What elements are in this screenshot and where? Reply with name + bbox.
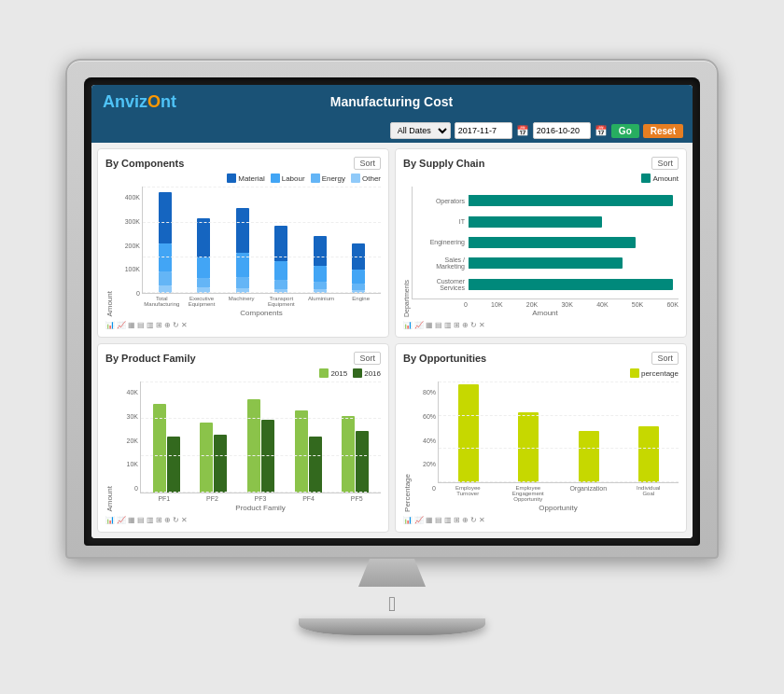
p2-toolbar-icon-3[interactable]: ▦ xyxy=(426,321,433,329)
screen: AnvizOnt Manufacturing Cost All Dates 📅 … xyxy=(91,85,693,538)
panel4-x-labels: EmployeeTurnover EmployeeEngagementOppor… xyxy=(438,483,679,502)
y-tick-200k: 200K xyxy=(125,243,140,249)
legend-material-label: Material xyxy=(238,174,264,183)
monitor-base xyxy=(299,618,485,635)
p3-toolbar-icon-9[interactable]: ✕ xyxy=(181,516,188,524)
pf-x-pf2: PF2 xyxy=(189,495,237,502)
x-label-machinery: Machinery xyxy=(221,296,261,307)
legend-2015-label: 2015 xyxy=(330,369,347,378)
p4-toolbar-icon-3[interactable]: ▦ xyxy=(426,516,433,524)
toolbar-icon-6[interactable]: ⊞ xyxy=(156,321,162,329)
panel2-sort-btn[interactable]: Sort xyxy=(651,157,679,170)
p4-toolbar-icon-6[interactable]: ⊞ xyxy=(454,516,460,524)
calendar1-icon[interactable]: 📅 xyxy=(516,125,529,137)
panel2-legend: Amount xyxy=(403,174,679,183)
p2-toolbar-icon-1[interactable]: 📊 xyxy=(403,321,413,329)
p4-toolbar-icon-5[interactable]: ▥ xyxy=(444,516,452,524)
toolbar-icon-2[interactable]: 📈 xyxy=(117,321,126,329)
p4-toolbar-icon-9[interactable]: ✕ xyxy=(479,516,485,524)
panel3-x-axis-title: Product Family xyxy=(140,504,381,512)
legend-labour-color xyxy=(271,174,280,183)
panel2-x-axis-title: Amount xyxy=(412,309,679,317)
pf-y-10k: 10K xyxy=(127,461,138,467)
opp-group-engagement xyxy=(502,412,554,482)
pf1-bar-2015 xyxy=(153,404,166,493)
p3-toolbar-icon-2[interactable]: 📈 xyxy=(117,516,126,524)
p2-toolbar-icon-6[interactable]: ⊞ xyxy=(454,321,460,329)
p4-toolbar-icon-7[interactable]: ⊕ xyxy=(462,516,469,524)
panel3-header: By Product Family Sort xyxy=(105,352,381,365)
p4-toolbar-icon-8[interactable]: ↻ xyxy=(470,516,477,524)
hbar-x-60k: 60K xyxy=(666,301,678,308)
bar-group-exec xyxy=(186,218,223,293)
dept-engineering: Engineering xyxy=(416,239,465,245)
pf1-bar-2016 xyxy=(167,437,180,493)
reset-button[interactable]: Reset xyxy=(643,124,683,138)
panel1-sort-btn[interactable]: Sort xyxy=(354,157,381,170)
panel1-header: By Components Sort xyxy=(105,157,381,170)
panel4-toolbar: 📊 📈 ▦ ▤ ▥ ⊞ ⊕ ↻ ✕ xyxy=(403,516,679,524)
p3-toolbar-icon-8[interactable]: ↻ xyxy=(173,516,179,524)
legend-amount-color xyxy=(641,174,651,183)
calendar2-icon[interactable]: 📅 xyxy=(595,125,608,137)
all-dates-select[interactable]: All Dates xyxy=(390,122,451,139)
hbar-customer: CustomerServices xyxy=(416,277,673,292)
date-controls-bar: All Dates 📅 📅 Go Reset xyxy=(91,118,693,143)
panel1-bar-inner xyxy=(142,187,381,294)
opp-y-60: 60% xyxy=(423,413,436,420)
p2-toolbar-icon-2[interactable]: 📈 xyxy=(414,321,424,329)
dashboard: By Components Sort Material Labour xyxy=(91,143,693,538)
p4-toolbar-icon-1[interactable]: 📊 xyxy=(403,516,413,524)
p3-toolbar-icon-7[interactable]: ⊕ xyxy=(164,516,171,524)
p3-toolbar-icon-3[interactable]: ▦ xyxy=(128,516,135,524)
toolbar-icon-4[interactable]: ▤ xyxy=(137,321,145,329)
pf5-bar-2015 xyxy=(342,416,355,493)
toolbar-icon-8[interactable]: ↻ xyxy=(173,321,179,329)
legend-2016-color xyxy=(353,368,362,378)
p2-toolbar-icon-9[interactable]: ✕ xyxy=(479,321,485,329)
pf-group-pf2 xyxy=(192,423,236,493)
date2-input[interactable] xyxy=(533,122,591,139)
panel3-toolbar: 📊 📈 ▦ ▤ ▥ ⊞ ⊕ ↻ ✕ xyxy=(105,516,381,524)
p4-toolbar-icon-4[interactable]: ▤ xyxy=(435,516,442,524)
legend-other-color xyxy=(351,174,360,183)
legend-material-color xyxy=(227,174,236,183)
p2-toolbar-icon-5[interactable]: ▥ xyxy=(444,321,452,329)
legend-other-label: Other xyxy=(362,174,381,183)
pf5-bar-2016 xyxy=(356,431,369,493)
p2-toolbar-icon-4[interactable]: ▤ xyxy=(435,321,442,329)
p2-toolbar-icon-7[interactable]: ⊕ xyxy=(462,321,469,329)
opp-x-org: Organization xyxy=(558,485,619,502)
panel2-header: By Supply Chain Sort xyxy=(403,157,679,170)
toolbar-icon-7[interactable]: ⊕ xyxy=(164,321,171,329)
app-header: AnvizOnt Manufacturing Cost xyxy=(91,85,693,118)
dept-customer: CustomerServices xyxy=(416,278,465,291)
toolbar-icon-9[interactable]: ✕ xyxy=(181,321,188,329)
panel2-y-label: Departments xyxy=(403,187,410,317)
panel4-sort-btn[interactable]: Sort xyxy=(651,352,679,365)
opp-group-org xyxy=(563,431,615,482)
monitor-wrapper: AnvizOnt Manufacturing Cost All Dates 📅 … xyxy=(65,59,719,635)
legend-2016-label: 2016 xyxy=(364,369,381,378)
opp-y-20: 20% xyxy=(423,461,436,467)
hbar-x-0: 0 xyxy=(464,301,468,308)
opp-x-engagement: EmployeeEngagementOpportunity xyxy=(498,485,559,502)
hbar-x-50k: 50K xyxy=(632,301,643,308)
p3-toolbar-icon-4[interactable]: ▤ xyxy=(137,516,145,524)
p4-toolbar-icon-2[interactable]: 📈 xyxy=(414,516,424,524)
p2-toolbar-icon-8[interactable]: ↻ xyxy=(470,321,477,329)
date1-input[interactable] xyxy=(455,122,512,139)
x-label-exec: ExecutiveEquipment xyxy=(182,296,222,307)
p3-toolbar-icon-1[interactable]: 📊 xyxy=(105,516,115,524)
panel3-sort-btn[interactable]: Sort xyxy=(354,352,381,365)
go-button[interactable]: Go xyxy=(611,124,639,138)
panel3-x-labels: PF1 PF2 PF3 PF4 PF5 xyxy=(140,493,381,502)
opp-y-0: 0 xyxy=(432,485,436,492)
p3-toolbar-icon-6[interactable]: ⊞ xyxy=(156,516,162,524)
hbar-operators: Operators xyxy=(416,193,673,208)
toolbar-icon-1[interactable]: 📊 xyxy=(105,321,115,329)
toolbar-icon-3[interactable]: ▦ xyxy=(128,321,135,329)
app-logo: AnvizOnt xyxy=(103,92,176,112)
toolbar-icon-5[interactable]: ▥ xyxy=(147,321,154,329)
p3-toolbar-icon-5[interactable]: ▥ xyxy=(147,516,154,524)
